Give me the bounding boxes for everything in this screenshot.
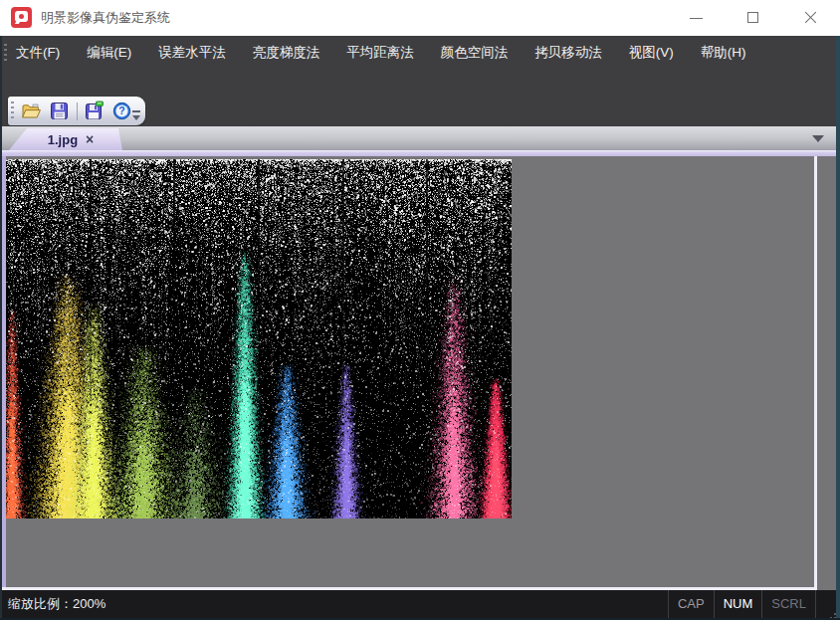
minimize-icon — [690, 18, 703, 19]
maximize-button[interactable] — [725, 0, 781, 36]
app-logo-icon — [11, 7, 32, 28]
menu-item-edit[interactable]: 编辑(E) — [87, 44, 131, 62]
toolbar-separator — [77, 103, 78, 120]
tab-list-dropdown-icon[interactable] — [812, 135, 824, 142]
minimize-button[interactable] — [668, 0, 725, 36]
save-as-button[interactable] — [82, 99, 107, 123]
save-as-floppy-icon — [84, 101, 105, 121]
menu-item-average-distance[interactable]: 平均距离法 — [346, 44, 414, 62]
window-controls — [668, 0, 838, 36]
save-button[interactable] — [47, 99, 73, 123]
tab-close-icon[interactable]: × — [86, 132, 94, 146]
tab-1jpg[interactable]: 1.jpg × — [9, 128, 122, 150]
toolbar-overflow-button[interactable] — [131, 109, 141, 121]
caps-lock-indicator: CAP — [668, 590, 714, 618]
menu-item-copy-move[interactable]: 拷贝移动法 — [534, 44, 602, 62]
tab-bar: 1.jpg × — [0, 126, 840, 150]
view-frame-right — [814, 156, 817, 590]
window-title: 明景影像真伪鉴定系统 — [41, 0, 170, 36]
toolbar: ? — [8, 97, 145, 125]
menu-item-luminance-gradient[interactable]: 亮度梯度法 — [253, 44, 320, 62]
maximize-icon — [747, 12, 758, 23]
analysis-image-canvas[interactable] — [6, 159, 512, 518]
zoom-level-text: 缩放比例：200% — [8, 590, 105, 618]
open-file-button[interactable] — [19, 99, 45, 123]
toolbar-dock: ? — [0, 70, 840, 126]
menu-item-view[interactable]: 视图(V) — [629, 44, 674, 62]
save-floppy-icon — [49, 101, 70, 121]
window-border-left — [0, 36, 2, 620]
close-button[interactable] — [781, 0, 838, 36]
scroll-lock-indicator: SCRL — [761, 590, 816, 618]
window-border-right — [836, 36, 840, 620]
document-area — [0, 156, 840, 590]
svg-text:?: ? — [118, 104, 124, 116]
title-bar: 明景影像真伪鉴定系统 — [0, 0, 840, 36]
menu-grip-handle[interactable] — [4, 44, 7, 62]
toolbar-grip-handle[interactable] — [11, 102, 14, 120]
menu-item-help[interactable]: 帮助(H) — [701, 44, 746, 62]
chevron-down-icon — [132, 115, 140, 120]
menu-item-file[interactable]: 文件(F) — [16, 44, 60, 62]
num-lock-indicator: NUM — [714, 590, 762, 618]
menu-item-color-space[interactable]: 颜色空间法 — [441, 44, 509, 62]
open-folder-icon — [21, 101, 42, 121]
app-window: 明景影像真伪鉴定系统 文件(F) 编辑(E) 误差水平法 亮度梯度法 平均距离法… — [0, 0, 840, 620]
menu-bar: 文件(F) 编辑(E) 误差水平法 亮度梯度法 平均距离法 颜色空间法 拷贝移动… — [0, 36, 840, 70]
status-bar: 缩放比例：200% CAP NUM SCRL — [0, 590, 840, 618]
tab-label: 1.jpg — [38, 132, 78, 147]
menu-item-error-level[interactable]: 误差水平法 — [158, 44, 226, 62]
keyboard-indicators: CAP NUM SCRL — [668, 590, 816, 618]
help-icon: ? — [111, 101, 132, 121]
